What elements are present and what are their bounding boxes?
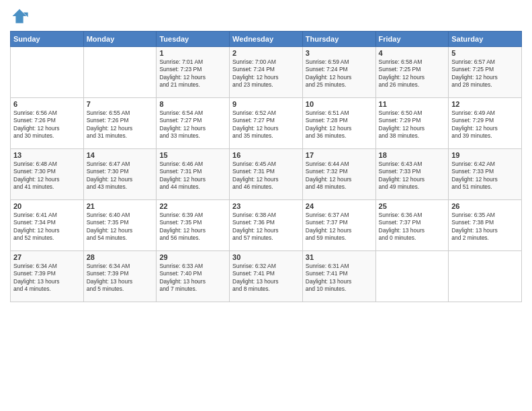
calendar-cell: 2Sunrise: 7:00 AM Sunset: 7:24 PM Daylig… xyxy=(230,47,303,98)
calendar-cell: 4Sunrise: 6:58 AM Sunset: 7:25 PM Daylig… xyxy=(375,47,449,98)
day-info: Sunrise: 6:36 AM Sunset: 7:37 PM Dayligh… xyxy=(379,212,446,242)
day-info: Sunrise: 7:00 AM Sunset: 7:24 PM Dayligh… xyxy=(232,58,300,89)
day-info: Sunrise: 6:46 AM Sunset: 7:31 PM Dayligh… xyxy=(159,161,226,191)
calendar-cell: 19Sunrise: 6:42 AM Sunset: 7:33 PM Dayli… xyxy=(449,149,522,200)
week-row-4: 20Sunrise: 6:41 AM Sunset: 7:34 PM Dayli… xyxy=(11,200,522,251)
calendar-cell: 13Sunrise: 6:48 AM Sunset: 7:30 PM Dayli… xyxy=(11,149,84,200)
day-number: 3 xyxy=(306,49,373,57)
calendar-cell: 18Sunrise: 6:43 AM Sunset: 7:33 PM Dayli… xyxy=(375,149,449,200)
day-number: 12 xyxy=(451,100,519,108)
day-info: Sunrise: 6:48 AM Sunset: 7:30 PM Dayligh… xyxy=(13,161,81,191)
calendar-cell: 26Sunrise: 6:35 AM Sunset: 7:38 PM Dayli… xyxy=(449,200,522,251)
day-number: 9 xyxy=(232,100,300,108)
day-number: 4 xyxy=(379,49,446,57)
day-info: Sunrise: 6:42 AM Sunset: 7:33 PM Dayligh… xyxy=(451,161,519,191)
calendar-cell: 11Sunrise: 6:50 AM Sunset: 7:29 PM Dayli… xyxy=(375,98,449,149)
day-info: Sunrise: 6:47 AM Sunset: 7:30 PM Dayligh… xyxy=(87,161,154,191)
day-number: 27 xyxy=(13,253,81,261)
calendar-cell xyxy=(375,251,449,302)
calendar-header: SundayMondayTuesdayWednesdayThursdayFrid… xyxy=(11,32,522,47)
logo-icon xyxy=(10,7,29,26)
day-number: 28 xyxy=(87,253,154,261)
calendar-cell xyxy=(449,251,522,302)
calendar-cell: 5Sunrise: 6:57 AM Sunset: 7:25 PM Daylig… xyxy=(449,47,522,98)
day-info: Sunrise: 6:45 AM Sunset: 7:31 PM Dayligh… xyxy=(232,161,300,191)
day-number: 31 xyxy=(306,253,373,261)
day-number: 15 xyxy=(159,151,226,159)
day-number: 5 xyxy=(451,49,519,57)
calendar-body: 1Sunrise: 7:01 AM Sunset: 7:23 PM Daylig… xyxy=(11,47,522,302)
calendar-cell: 1Sunrise: 7:01 AM Sunset: 7:23 PM Daylig… xyxy=(157,47,230,98)
day-info: Sunrise: 6:59 AM Sunset: 7:24 PM Dayligh… xyxy=(306,58,373,89)
calendar-cell xyxy=(83,47,157,98)
page: SundayMondayTuesdayWednesdayThursdayFrid… xyxy=(0,0,532,411)
day-info: Sunrise: 6:43 AM Sunset: 7:33 PM Dayligh… xyxy=(379,161,446,191)
calendar-cell: 3Sunrise: 6:59 AM Sunset: 7:24 PM Daylig… xyxy=(302,47,375,98)
day-info: Sunrise: 6:44 AM Sunset: 7:32 PM Dayligh… xyxy=(306,161,373,191)
calendar-cell: 24Sunrise: 6:37 AM Sunset: 7:37 PM Dayli… xyxy=(302,200,375,251)
day-info: Sunrise: 6:57 AM Sunset: 7:25 PM Dayligh… xyxy=(451,58,519,89)
day-info: Sunrise: 6:56 AM Sunset: 7:26 PM Dayligh… xyxy=(13,109,81,140)
calendar-cell: 23Sunrise: 6:38 AM Sunset: 7:36 PM Dayli… xyxy=(230,200,303,251)
calendar-cell: 29Sunrise: 6:33 AM Sunset: 7:40 PM Dayli… xyxy=(157,251,230,302)
calendar-cell: 15Sunrise: 6:46 AM Sunset: 7:31 PM Dayli… xyxy=(157,149,230,200)
calendar-cell: 6Sunrise: 6:56 AM Sunset: 7:26 PM Daylig… xyxy=(11,98,84,149)
calendar-cell: 14Sunrise: 6:47 AM Sunset: 7:30 PM Dayli… xyxy=(83,149,157,200)
day-info: Sunrise: 6:33 AM Sunset: 7:40 PM Dayligh… xyxy=(159,263,226,293)
day-number: 11 xyxy=(379,100,446,108)
day-info: Sunrise: 6:35 AM Sunset: 7:38 PM Dayligh… xyxy=(451,212,519,242)
day-info: Sunrise: 6:34 AM Sunset: 7:39 PM Dayligh… xyxy=(87,263,154,293)
calendar-cell: 25Sunrise: 6:36 AM Sunset: 7:37 PM Dayli… xyxy=(375,200,449,251)
header-row: SundayMondayTuesdayWednesdayThursdayFrid… xyxy=(11,32,522,47)
day-number: 26 xyxy=(451,202,519,210)
calendar-cell: 30Sunrise: 6:32 AM Sunset: 7:41 PM Dayli… xyxy=(230,251,303,302)
header-day-sunday: Sunday xyxy=(11,32,84,47)
day-info: Sunrise: 7:01 AM Sunset: 7:23 PM Dayligh… xyxy=(159,58,226,89)
logo xyxy=(10,7,32,26)
day-number: 22 xyxy=(159,202,226,210)
day-info: Sunrise: 6:32 AM Sunset: 7:41 PM Dayligh… xyxy=(232,263,300,293)
day-number: 16 xyxy=(232,151,300,159)
calendar-cell: 16Sunrise: 6:45 AM Sunset: 7:31 PM Dayli… xyxy=(230,149,303,200)
header-day-wednesday: Wednesday xyxy=(230,32,303,47)
day-number: 18 xyxy=(379,151,446,159)
day-number: 2 xyxy=(232,49,300,57)
day-info: Sunrise: 6:34 AM Sunset: 7:39 PM Dayligh… xyxy=(13,263,81,293)
day-number: 19 xyxy=(451,151,519,159)
day-number: 10 xyxy=(306,100,373,108)
day-info: Sunrise: 6:55 AM Sunset: 7:26 PM Dayligh… xyxy=(87,109,154,140)
calendar-cell: 22Sunrise: 6:39 AM Sunset: 7:35 PM Dayli… xyxy=(157,200,230,251)
calendar-cell: 27Sunrise: 6:34 AM Sunset: 7:39 PM Dayli… xyxy=(11,251,84,302)
day-info: Sunrise: 6:52 AM Sunset: 7:27 PM Dayligh… xyxy=(232,109,300,140)
day-number: 30 xyxy=(232,253,300,261)
day-info: Sunrise: 6:41 AM Sunset: 7:34 PM Dayligh… xyxy=(13,212,81,242)
calendar-cell: 7Sunrise: 6:55 AM Sunset: 7:26 PM Daylig… xyxy=(83,98,157,149)
week-row-5: 27Sunrise: 6:34 AM Sunset: 7:39 PM Dayli… xyxy=(11,251,522,302)
calendar-cell: 8Sunrise: 6:54 AM Sunset: 7:27 PM Daylig… xyxy=(157,98,230,149)
header-day-friday: Friday xyxy=(375,32,449,47)
day-info: Sunrise: 6:39 AM Sunset: 7:35 PM Dayligh… xyxy=(159,212,226,242)
calendar-cell: 12Sunrise: 6:49 AM Sunset: 7:29 PM Dayli… xyxy=(449,98,522,149)
day-info: Sunrise: 6:40 AM Sunset: 7:35 PM Dayligh… xyxy=(87,212,154,242)
calendar-cell: 31Sunrise: 6:31 AM Sunset: 7:41 PM Dayli… xyxy=(302,251,375,302)
day-info: Sunrise: 6:38 AM Sunset: 7:36 PM Dayligh… xyxy=(232,212,300,242)
day-number: 21 xyxy=(87,202,154,210)
day-number: 13 xyxy=(13,151,81,159)
header-day-tuesday: Tuesday xyxy=(157,32,230,47)
header-day-saturday: Saturday xyxy=(449,32,522,47)
day-number: 24 xyxy=(306,202,373,210)
header xyxy=(10,7,522,26)
svg-marker-0 xyxy=(13,9,27,24)
calendar-cell: 10Sunrise: 6:51 AM Sunset: 7:28 PM Dayli… xyxy=(302,98,375,149)
calendar-cell: 28Sunrise: 6:34 AM Sunset: 7:39 PM Dayli… xyxy=(83,251,157,302)
calendar-table: SundayMondayTuesdayWednesdayThursdayFrid… xyxy=(10,31,522,302)
day-info: Sunrise: 6:54 AM Sunset: 7:27 PM Dayligh… xyxy=(159,109,226,140)
day-number: 6 xyxy=(13,100,81,108)
day-number: 1 xyxy=(159,49,226,57)
calendar-cell: 20Sunrise: 6:41 AM Sunset: 7:34 PM Dayli… xyxy=(11,200,84,251)
header-day-thursday: Thursday xyxy=(302,32,375,47)
day-number: 25 xyxy=(379,202,446,210)
day-info: Sunrise: 6:37 AM Sunset: 7:37 PM Dayligh… xyxy=(306,212,373,242)
calendar-cell: 17Sunrise: 6:44 AM Sunset: 7:32 PM Dayli… xyxy=(302,149,375,200)
calendar-cell: 21Sunrise: 6:40 AM Sunset: 7:35 PM Dayli… xyxy=(83,200,157,251)
